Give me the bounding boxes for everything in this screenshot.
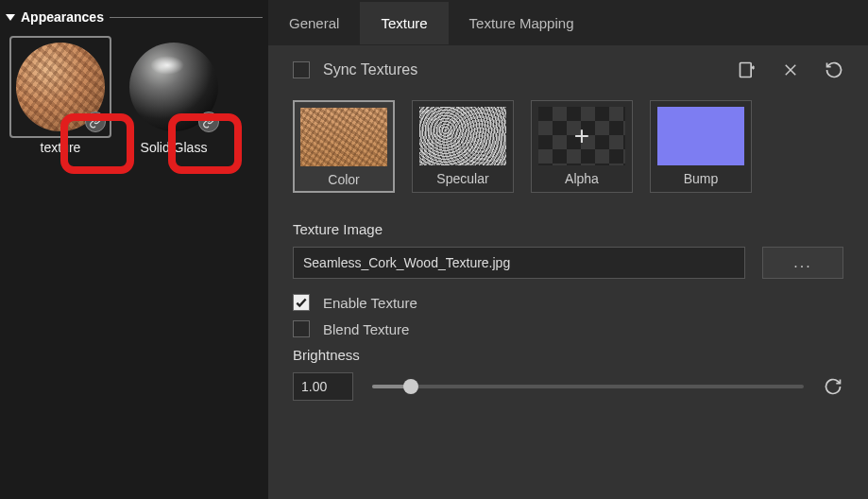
link-warning-icon — [85, 112, 106, 132]
appearance-item-solid-glass[interactable]: Solid Glass — [123, 38, 225, 155]
svg-rect-0 — [740, 63, 752, 77]
slider-thumb[interactable] — [403, 379, 418, 394]
texture-channels: Color Specular + Alpha Bump — [293, 100, 843, 193]
plus-icon: + — [574, 121, 589, 151]
blend-texture-checkbox[interactable] — [293, 320, 310, 337]
texture-filename-field[interactable]: Seamless_Cork_Wood_Texture.jpg — [293, 247, 745, 279]
blend-texture-option[interactable]: Blend Texture — [293, 320, 843, 337]
browse-button-label: ... — [793, 254, 811, 271]
enable-texture-label: Enable Texture — [323, 295, 417, 311]
appearances-panel: Appearances texture Solid Glass — [0, 0, 268, 499]
appearance-label: texture — [41, 140, 81, 155]
texture-image-label: Texture Image — [293, 221, 843, 237]
panel-title: Appearances — [21, 9, 104, 25]
brightness-label: Brightness — [293, 347, 843, 363]
texture-filename-value: Seamless_Cork_Wood_Texture.jpg — [303, 255, 510, 270]
brightness-slider[interactable] — [372, 385, 804, 388]
channel-swatch — [300, 108, 387, 166]
tab-bar: General Texture Texture Mapping — [268, 0, 868, 45]
tab-general[interactable]: General — [268, 2, 360, 44]
channel-alpha[interactable]: + Alpha — [531, 100, 633, 193]
channel-swatch — [419, 107, 506, 165]
channel-color[interactable]: Color — [293, 100, 395, 193]
enable-texture-checkbox[interactable] — [293, 294, 310, 311]
properties-panel: General Texture Texture Mapping Sync Tex… — [268, 0, 868, 499]
divider — [110, 17, 263, 18]
brightness-value: 1.00 — [301, 379, 327, 394]
appearance-item-texture[interactable]: texture — [9, 38, 111, 155]
texture-actions — [738, 60, 843, 79]
panel-header[interactable]: Appearances — [6, 9, 263, 25]
channel-label: Bump — [684, 171, 719, 186]
collapse-triangle-icon[interactable] — [6, 14, 15, 21]
link-warning-icon — [198, 112, 219, 132]
appearance-label: Solid Glass — [141, 140, 208, 155]
channel-label: Specular — [436, 171, 488, 186]
texture-tab-content: Sync Textures Color Specul — [268, 45, 868, 499]
appearance-thumbnails: texture Solid Glass — [6, 34, 263, 159]
tab-texture[interactable]: Texture — [360, 2, 448, 44]
export-icon[interactable] — [738, 60, 757, 79]
refresh-icon[interactable] — [825, 60, 843, 79]
browse-button[interactable]: ... — [762, 247, 843, 279]
enable-texture-option[interactable]: Enable Texture — [293, 294, 843, 311]
channel-label: Alpha — [565, 171, 599, 186]
sync-textures-checkbox[interactable] — [293, 61, 310, 78]
channel-bump[interactable]: Bump — [650, 100, 752, 193]
brightness-value-field[interactable]: 1.00 — [293, 372, 353, 401]
sync-textures-option[interactable]: Sync Textures — [293, 61, 417, 78]
channel-swatch: + — [538, 107, 625, 165]
sync-textures-label: Sync Textures — [323, 61, 417, 78]
tab-texture-mapping[interactable]: Texture Mapping — [449, 2, 595, 44]
channel-label: Color — [328, 172, 359, 187]
channel-specular[interactable]: Specular — [412, 100, 514, 193]
channel-swatch — [657, 107, 744, 165]
reset-icon[interactable] — [823, 376, 843, 397]
blend-texture-label: Blend Texture — [323, 321, 409, 337]
close-icon[interactable] — [781, 60, 800, 79]
